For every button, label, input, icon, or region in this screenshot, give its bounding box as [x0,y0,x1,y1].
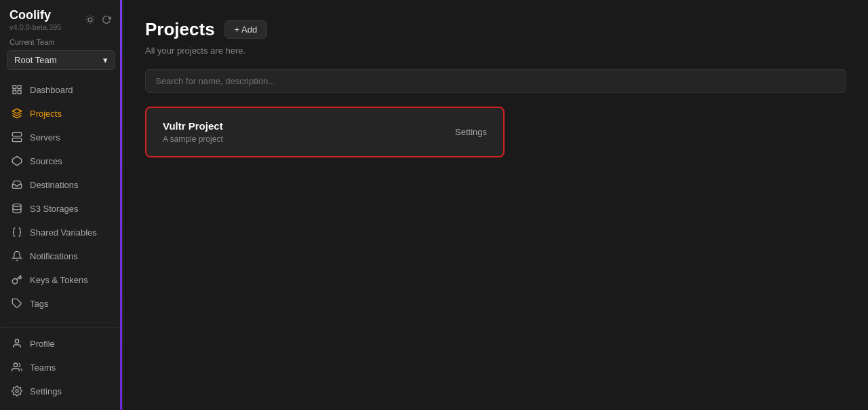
chevron-down-icon: ▾ [103,55,108,65]
svg-line-3 [87,16,87,17]
sidebar-item-label: Servers [30,132,60,143]
sidebar-item-sources[interactable]: Sources [4,149,118,172]
key-icon [11,274,23,286]
svg-marker-18 [12,156,21,165]
sidebar-item-label: Shared Variables [30,227,97,238]
main-content: Projects + Add All your projects are her… [123,0,868,410]
svg-point-22 [15,339,18,343]
sidebar-item-label: S3 Storages [30,204,79,214]
page-title: Projects [145,19,215,40]
add-project-button[interactable]: + Add [224,20,268,39]
rotate-icon[interactable] [100,14,113,26]
page-header: Projects + Add [145,19,846,40]
project-info: Vultr Project A sample project [163,120,223,144]
layers-icon [11,107,23,119]
search-input[interactable] [145,69,846,93]
svg-rect-12 [13,90,16,94]
team-selector[interactable]: Root Team ▾ [7,50,115,70]
sidebar-item-keys-tokens[interactable]: Keys & Tokens [4,268,118,291]
svg-point-19 [13,204,21,206]
sidebar-accent [120,0,122,410]
sidebar: Coolify v4.0.0-beta.395 [0,0,123,410]
sidebar-item-label: Profile [30,339,55,349]
svg-point-23 [14,363,17,367]
svg-rect-9 [13,86,16,89]
project-name: Vultr Project [163,120,223,132]
sidebar-item-label: Sources [30,156,62,166]
team-selector-value: Root Team [14,55,57,65]
project-settings-link[interactable]: Settings [455,127,487,137]
sidebar-header: Coolify v4.0.0-beta.395 [0,0,122,38]
gear-icon [11,385,23,397]
page-subtitle: All your projects are here. [145,45,846,56]
inbox-icon [11,179,23,191]
user-icon [11,337,23,350]
sidebar-item-shared-variables[interactable]: Shared Variables [4,221,118,244]
sidebar-item-label: Teams [30,362,56,373]
users-icon [11,361,23,373]
app-version: v4.0.0-beta.395 [9,23,61,31]
sidebar-item-label: Projects [30,109,62,119]
svg-rect-15 [12,138,21,141]
nav-items: Dashboard Projects Servers [0,78,122,318]
nav-divider [7,322,115,323]
sidebar-item-label: Notifications [30,251,78,261]
sidebar-item-label: Settings [30,386,62,396]
sidebar-bottom: Profile Teams Settings [0,327,122,410]
svg-line-8 [93,16,94,17]
svg-marker-13 [12,109,21,113]
diamond-icon [11,155,23,167]
sun-icon[interactable] [84,14,96,26]
sidebar-item-tags[interactable]: Tags [4,292,118,315]
sidebar-item-label: Dashboard [30,85,73,95]
svg-rect-10 [18,86,21,89]
database-icon [11,202,23,215]
svg-point-24 [16,390,18,392]
bell-icon [11,250,23,262]
sidebar-item-label: Tags [30,299,48,309]
sidebar-item-s3-storages[interactable]: S3 Storages [4,197,118,220]
server-icon [11,131,23,143]
app-title: Coolify [9,8,61,22]
sidebar-item-projects[interactable]: Projects [4,102,118,125]
sidebar-item-servers[interactable]: Servers [4,126,118,149]
sidebar-item-terminal[interactable]: Terminal [4,316,118,318]
project-card[interactable]: Vultr Project A sample project Settings [145,107,505,157]
sidebar-item-label: Keys & Tokens [30,275,88,285]
tag-icon [11,297,23,310]
svg-rect-14 [12,132,21,136]
svg-rect-11 [18,90,21,94]
grid-icon [11,83,23,96]
current-team-label: Current Team [0,38,122,46]
sidebar-item-settings[interactable]: Settings [4,379,118,403]
svg-point-0 [88,18,92,22]
sidebar-item-teams[interactable]: Teams [4,356,118,379]
sidebar-item-dashboard[interactable]: Dashboard [4,78,118,101]
sidebar-item-destinations[interactable]: Destinations [4,173,118,196]
sidebar-item-notifications[interactable]: Notifications [4,244,118,267]
sidebar-item-label: Destinations [30,180,79,190]
braces-icon [11,226,23,238]
svg-line-7 [87,22,87,23]
svg-line-4 [93,22,94,23]
project-description: A sample project [163,134,223,144]
sidebar-item-profile[interactable]: Profile [4,332,118,355]
